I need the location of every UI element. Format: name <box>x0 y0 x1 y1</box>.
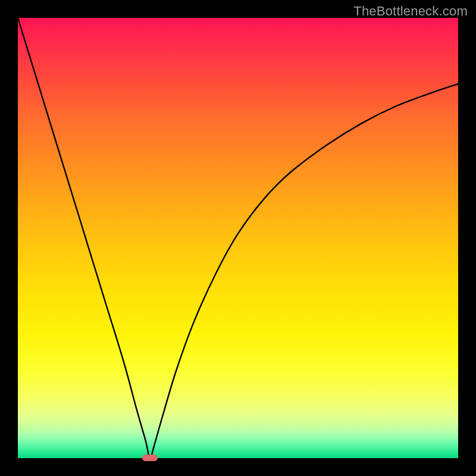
chart-frame: TheBottleneck.com <box>0 0 476 476</box>
minimum-marker <box>142 455 158 461</box>
bottleneck-curve <box>18 18 458 458</box>
watermark-text: TheBottleneck.com <box>353 4 468 19</box>
plot-area <box>18 18 458 458</box>
